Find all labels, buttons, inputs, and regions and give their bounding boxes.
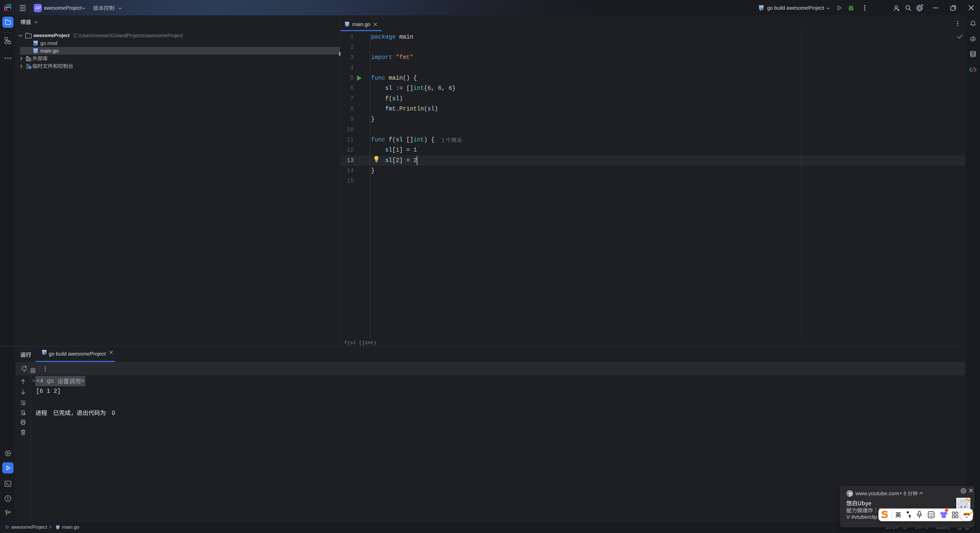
svg-text:GO: GO [6,6,10,9]
